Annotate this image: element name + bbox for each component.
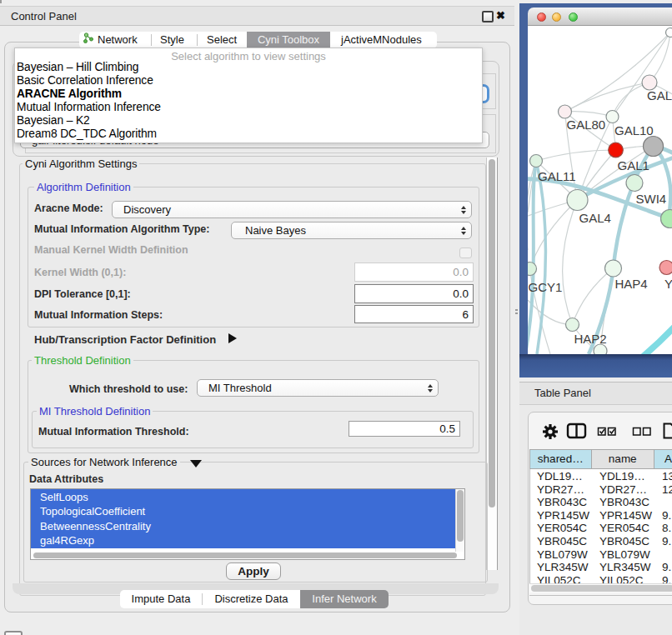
svg-text:GAL10: GAL10	[614, 123, 654, 138]
svg-text:GCY1: GCY1	[529, 280, 563, 294]
svg-text:GAL4: GAL4	[579, 211, 611, 225]
svg-text:HAP4: HAP4	[615, 277, 648, 291]
svg-text:GAL7: GAL7	[647, 88, 672, 102]
svg-text:Y: Y	[664, 277, 672, 291]
svg-text:GAL11: GAL11	[538, 169, 576, 183]
svg-text:SWI4: SWI4	[636, 192, 667, 206]
svg-text:GAL80: GAL80	[567, 118, 606, 132]
svg-text:HAP2: HAP2	[574, 332, 607, 346]
svg-text:GAL1: GAL1	[618, 158, 649, 172]
